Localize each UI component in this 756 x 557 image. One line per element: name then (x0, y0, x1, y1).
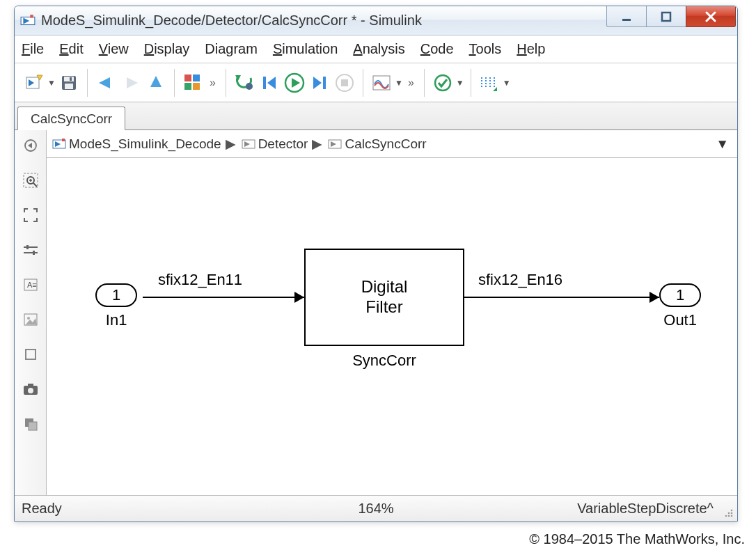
check-circle-icon (434, 74, 452, 92)
copyright-text: © 1984–2015 The MathWorks, Inc. (529, 531, 745, 547)
svg-rect-47 (26, 245, 29, 249)
library-browser-button[interactable] (180, 70, 205, 95)
up-button[interactable] (143, 70, 168, 95)
inspector-dropdown[interactable]: ▼ (394, 78, 404, 88)
breadcrumb: ModeS_Simulink_Decode ▶ Detector ▶ CalcS… (47, 130, 737, 158)
svg-point-22 (246, 83, 253, 90)
step-forward-button[interactable] (307, 70, 332, 95)
text-annotation-icon: A≡ (23, 278, 38, 292)
svg-marker-39 (28, 143, 32, 148)
tab-calcsynccorr[interactable]: CalcSyncCorr (17, 107, 125, 130)
maximize-icon (660, 10, 672, 23)
fit-view-button[interactable] (19, 204, 42, 226)
minimize-button[interactable] (606, 6, 647, 27)
svg-rect-3 (622, 19, 631, 21)
statusbar: Ready 164% VariableStepDiscrete^ (15, 495, 737, 521)
svg-marker-26 (292, 78, 300, 88)
menu-edit[interactable]: Edit (59, 41, 83, 57)
breadcrumb-sep-2: ▶ (312, 136, 322, 152)
breadcrumb-dropdown[interactable]: ▼ (716, 136, 729, 152)
maximize-button[interactable] (646, 6, 686, 27)
status-text: Ready (22, 501, 62, 517)
forward-button[interactable] (118, 70, 143, 95)
zoom-selection-button[interactable] (19, 169, 42, 191)
svg-marker-28 (313, 77, 322, 89)
menu-diagram[interactable]: Diagram (205, 41, 258, 57)
svg-rect-11 (64, 77, 74, 81)
svg-line-42 (33, 183, 37, 187)
menu-view[interactable]: View (99, 41, 129, 57)
subsystem-icon (328, 137, 342, 151)
close-icon (703, 9, 718, 24)
subsystem-icon (242, 137, 255, 151)
zoom-select-icon (22, 172, 39, 189)
step-forward-icon (310, 74, 329, 92)
svg-point-73 (731, 512, 733, 515)
svg-marker-14 (99, 77, 110, 88)
close-button[interactable] (686, 6, 736, 27)
svg-rect-59 (29, 422, 37, 430)
image-icon (23, 313, 38, 327)
build-dropdown[interactable]: ▼ (502, 78, 512, 88)
menu-help[interactable]: Help (517, 41, 545, 57)
update-diagram-button[interactable] (232, 70, 257, 95)
new-model-button[interactable] (22, 70, 47, 95)
breadcrumb-root[interactable]: ModeS_Simulink_Decode (69, 136, 221, 152)
window-controls (606, 6, 736, 35)
diagram-canvas[interactable]: 1 In1 sfix12_En11 Digital Filter SyncCor… (47, 158, 737, 495)
advisor-dropdown[interactable]: ▼ (455, 78, 465, 88)
tab-strip: CalcSyncCorr (15, 102, 737, 130)
arrow-right-icon (121, 76, 141, 90)
menu-simulation[interactable]: Simulation (273, 41, 338, 57)
content-area: A≡ ModeS_Simulink_Decode ▶ Detector (15, 130, 737, 495)
canvas-palette: A≡ (15, 130, 47, 495)
toolbar-overflow-1[interactable]: » (205, 77, 220, 89)
svg-rect-30 (341, 79, 348, 86)
menu-analysis[interactable]: Analysis (353, 41, 404, 57)
svg-rect-23 (263, 77, 266, 89)
solver-text[interactable]: VariableStepDiscrete^ (577, 501, 714, 517)
menu-tools[interactable]: Tools (469, 41, 502, 57)
data-inspector-button[interactable] (369, 70, 394, 95)
toolbar-overflow-2[interactable]: » (404, 77, 418, 89)
run-button[interactable] (282, 70, 307, 95)
toggle-perspective-button[interactable] (19, 239, 42, 261)
refresh-gear-icon (234, 74, 255, 92)
arrow-left-icon (96, 76, 116, 90)
new-model-dropdown[interactable]: ▼ (47, 78, 56, 88)
hide-palette-button[interactable] (19, 134, 42, 157)
resize-grip-icon[interactable] (723, 508, 734, 519)
menubar: File Edit View Display Diagram Simulatio… (15, 36, 737, 63)
titlebar: ModeS_Simulink_Decode/Detector/CalcSyncC… (15, 6, 737, 36)
svg-point-72 (728, 512, 730, 515)
stop-icon (335, 73, 354, 93)
back-button[interactable] (93, 70, 118, 95)
svg-point-71 (731, 510, 733, 512)
step-back-button[interactable] (257, 70, 282, 95)
svg-rect-17 (184, 74, 191, 81)
menu-display[interactable]: Display (144, 41, 190, 57)
svg-point-32 (435, 75, 450, 91)
breadcrumb-current[interactable]: CalcSyncCorr (345, 136, 426, 152)
save-button[interactable] (56, 70, 81, 95)
image-annotation-button[interactable] (19, 308, 42, 331)
blocks-grid-icon (183, 73, 203, 93)
screenshot-button[interactable] (19, 378, 42, 400)
simulink-app-icon (20, 13, 36, 29)
area-annotation-button[interactable] (19, 343, 42, 366)
menu-file[interactable]: File (22, 41, 44, 57)
model-properties-button[interactable] (19, 413, 42, 435)
annotation-button[interactable]: A≡ (19, 274, 42, 296)
svg-rect-48 (33, 251, 35, 255)
stop-button[interactable] (332, 70, 357, 95)
menu-code[interactable]: Code (420, 41, 454, 57)
build-button[interactable] (477, 70, 502, 95)
model-advisor-button[interactable] (430, 70, 455, 95)
breadcrumb-detector[interactable]: Detector (258, 136, 308, 152)
zoom-level[interactable]: 164% (358, 501, 393, 517)
svg-marker-53 (26, 318, 37, 324)
svg-marker-24 (267, 77, 276, 89)
build-icon (479, 74, 500, 91)
play-icon (284, 72, 305, 93)
svg-marker-15 (127, 77, 138, 88)
